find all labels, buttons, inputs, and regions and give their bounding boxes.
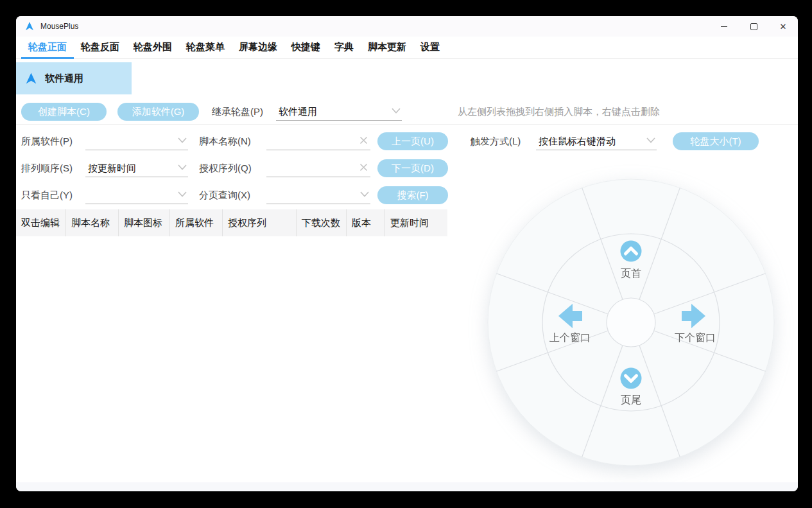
trigger-mode-label: 触发方式(L)	[471, 132, 521, 150]
wheel-item-label: 上个窗口	[549, 332, 591, 343]
tab-settings[interactable]: 设置	[413, 37, 447, 59]
license-serial-label: 授权序列(Q)	[199, 159, 252, 177]
toolbar-divider	[16, 124, 798, 125]
wheel-item-label: 页尾	[621, 394, 641, 405]
maximize-icon	[750, 23, 757, 30]
inherit-wheel-label: 继承轮盘(P)	[212, 103, 263, 121]
add-software-button[interactable]: 添加软件(G)	[117, 103, 199, 121]
chevron-up-circle-icon	[621, 241, 642, 262]
tab-hotkeys[interactable]: 快捷键	[284, 37, 327, 59]
trigger-mode-value: 按住鼠标右键滑动	[539, 136, 616, 148]
search-button[interactable]: 搜索(F)	[377, 186, 448, 204]
col-update-time[interactable]: 更新时间	[385, 209, 447, 236]
col-script-icon[interactable]: 脚本图标	[119, 209, 170, 236]
prev-page-button[interactable]: 上一页(U)	[377, 132, 448, 150]
owner-software-select[interactable]	[85, 133, 188, 150]
inherit-wheel-select[interactable]: 软件通用	[276, 103, 402, 121]
chevron-down-icon	[646, 137, 655, 143]
sort-order-label: 排列顺序(S)	[21, 159, 73, 177]
app-window: MousePlus ✕ 轮盘正面 轮盘反面 轮盘外围 轮盘菜单 屏幕边缘 快捷键…	[16, 16, 798, 491]
chevron-down-icon	[360, 191, 369, 197]
script-name-input[interactable]	[266, 133, 370, 150]
window-title: MousePlus	[40, 22, 78, 31]
tab-wheel-outer[interactable]: 轮盘外围	[126, 37, 179, 59]
col-download-count[interactable]: 下载次数	[297, 209, 347, 236]
mouseplus-logo-icon	[24, 21, 35, 31]
trigger-mode-select[interactable]: 按住鼠标右键滑动	[536, 133, 657, 150]
tab-wheel-menu[interactable]: 轮盘菜单	[179, 37, 232, 59]
owner-software-label: 所属软件(P)	[21, 132, 73, 150]
next-page-button[interactable]: 下一页(D)	[377, 159, 448, 177]
wheel-item-label: 下个窗口	[675, 332, 716, 343]
wheel-profile-label: 软件通用	[45, 73, 83, 85]
create-script-button[interactable]: 创建脚本(C)	[21, 103, 107, 121]
col-version[interactable]: 版本	[347, 209, 385, 236]
tab-wheel-back[interactable]: 轮盘反面	[74, 37, 126, 59]
drag-hint-text: 从左侧列表拖拽到右侧插入脚本，右键点击删除	[458, 103, 660, 121]
wheel-size-button[interactable]: 轮盘大小(T)	[673, 132, 759, 150]
tab-dictionary[interactable]: 字典	[327, 37, 361, 59]
col-script-name[interactable]: 脚本名称	[66, 209, 119, 236]
close-button[interactable]: ✕	[768, 16, 798, 37]
license-serial-input[interactable]	[266, 160, 370, 177]
inherit-wheel-value: 软件通用	[279, 106, 317, 118]
col-owner-software[interactable]: 所属软件	[170, 209, 223, 236]
clear-icon[interactable]	[359, 163, 368, 171]
sort-order-value: 按更新时间	[88, 162, 136, 175]
col-license-serial[interactable]: 授权序列	[223, 209, 297, 236]
minimize-button[interactable]	[709, 16, 739, 37]
paging-query-select[interactable]	[266, 187, 370, 204]
clear-icon[interactable]	[359, 136, 368, 145]
only-mine-label: 只看自己(Y)	[21, 186, 73, 204]
window-controls: ✕	[709, 16, 798, 37]
wheel-preview[interactable]: 页首 上个窗口 下个窗口 页尾	[483, 175, 779, 470]
chevron-down-icon	[392, 108, 401, 114]
tab-screen-edge[interactable]: 屏幕边缘	[232, 37, 284, 59]
only-mine-select[interactable]	[85, 187, 188, 204]
title-bar: MousePlus ✕	[16, 16, 798, 37]
chevron-down-icon	[178, 164, 187, 170]
minimize-icon	[721, 26, 727, 27]
sort-order-select[interactable]: 按更新时间	[85, 160, 188, 177]
script-name-label: 脚本名称(N)	[199, 132, 251, 150]
paging-query-label: 分页查询(X)	[199, 186, 250, 204]
tab-wheel-front[interactable]: 轮盘正面	[21, 37, 74, 59]
maximize-button[interactable]	[739, 16, 768, 37]
col-double-click-edit[interactable]: 双击编辑	[16, 209, 66, 236]
chevron-down-icon	[178, 191, 187, 197]
wheel-profile-card[interactable]: 软件通用	[16, 62, 132, 94]
cursor-arrow-icon	[25, 73, 37, 85]
chevron-down-circle-icon	[621, 368, 642, 389]
close-icon: ✕	[780, 22, 787, 31]
script-table-header: 双击编辑 脚本名称 脚本图标 所属软件 授权序列 下载次数 版本 更新时间	[16, 209, 447, 236]
wheel-item-label: 页首	[621, 268, 641, 279]
wheel-hub	[607, 298, 655, 347]
window-footer-strip	[16, 482, 798, 491]
chevron-down-icon	[178, 137, 187, 143]
tab-script-update[interactable]: 脚本更新	[361, 37, 413, 59]
tab-bar: 轮盘正面 轮盘反面 轮盘外围 轮盘菜单 屏幕边缘 快捷键 字典 脚本更新 设置	[16, 37, 798, 59]
